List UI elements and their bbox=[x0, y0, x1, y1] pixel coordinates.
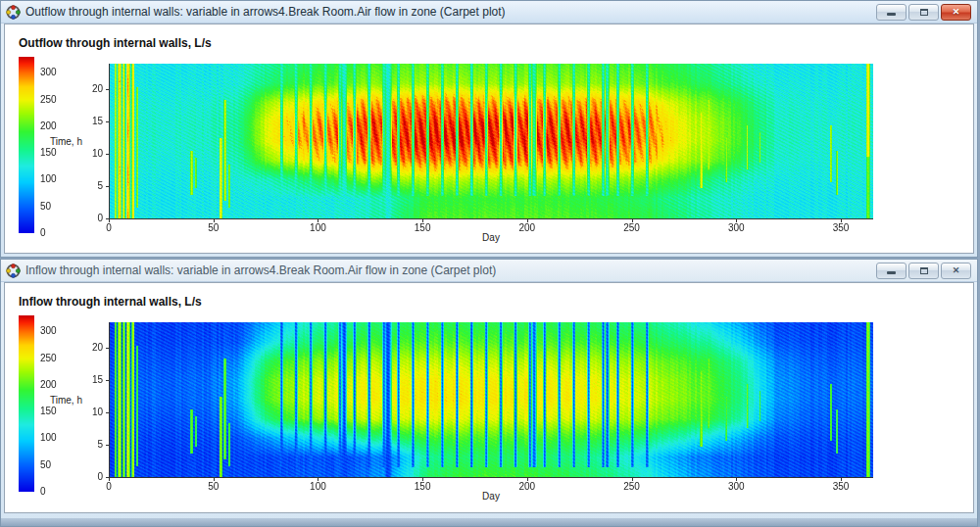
x-tick-label: 150 bbox=[411, 222, 434, 233]
y-tick-label: 10 bbox=[83, 407, 103, 417]
y-tick bbox=[106, 154, 109, 155]
x-tick-label: 300 bbox=[724, 222, 748, 233]
x-tick-label: 250 bbox=[620, 222, 644, 233]
y-tick bbox=[106, 89, 109, 90]
x-tick-label: 200 bbox=[515, 481, 539, 492]
y-tick-label: 10 bbox=[83, 148, 103, 159]
y-tick-label: 0 bbox=[83, 471, 103, 482]
colorbar-tick-label: 200 bbox=[40, 379, 57, 390]
colorbar-tick-label: 0 bbox=[40, 227, 46, 238]
y-tick bbox=[106, 477, 109, 478]
x-tick-label: 100 bbox=[306, 222, 329, 233]
y-axis-label: Time, h bbox=[50, 136, 82, 147]
colorbar-tick-label: 50 bbox=[40, 201, 51, 212]
y-tick bbox=[106, 412, 109, 413]
window-controls: ✕ bbox=[876, 4, 971, 21]
colorbar-tick-label: 0 bbox=[40, 486, 46, 497]
colorbar bbox=[19, 315, 34, 492]
y-tick-label: 20 bbox=[83, 342, 103, 353]
x-tick-label: 150 bbox=[411, 481, 434, 492]
colorbar-tick-label: 50 bbox=[40, 459, 51, 470]
window-title: Inflow through internal walls: variable … bbox=[25, 264, 496, 277]
y-tick-label: 15 bbox=[83, 116, 103, 126]
plot-title: Outflow through internal walls, L/s bbox=[19, 36, 212, 50]
y-tick-label: 0 bbox=[83, 213, 103, 223]
window-bottom-edge bbox=[1, 518, 977, 526]
app-icon bbox=[6, 5, 21, 20]
window-outflow: Outflow through internal walls: variable… bbox=[0, 0, 978, 258]
minimize-button[interactable] bbox=[876, 4, 906, 21]
plot-title: Inflow through internal walls, L/s bbox=[19, 295, 202, 309]
carpet-plot[interactable] bbox=[109, 322, 873, 478]
minimize-icon bbox=[887, 271, 896, 274]
colorbar-tick-label: 100 bbox=[40, 432, 57, 443]
y-tick-label: 5 bbox=[83, 439, 103, 450]
x-tick-label: 350 bbox=[829, 481, 853, 492]
colorbar-tick-label: 300 bbox=[40, 67, 57, 77]
colorbar-tick-label: 250 bbox=[40, 94, 57, 105]
window-title: Outflow through internal walls: variable… bbox=[25, 5, 506, 19]
carpet-plot[interactable] bbox=[109, 64, 873, 219]
close-button[interactable]: ✕ bbox=[941, 4, 971, 21]
x-tick-label: 0 bbox=[97, 481, 121, 492]
x-tick-label: 50 bbox=[202, 481, 225, 492]
maximize-icon bbox=[920, 9, 928, 16]
window-inflow: Inflow through internal walls: variable … bbox=[0, 259, 978, 527]
minimize-icon bbox=[887, 13, 896, 16]
x-tick-label: 0 bbox=[97, 222, 121, 233]
plot-client-area: Inflow through internal walls, L/s Time,… bbox=[4, 282, 974, 513]
colorbar-tick-label: 100 bbox=[40, 173, 57, 184]
y-tick bbox=[106, 380, 109, 381]
y-tick bbox=[106, 186, 109, 187]
app-icon bbox=[6, 264, 21, 278]
colorbar bbox=[19, 57, 34, 233]
y-tick-label: 5 bbox=[83, 180, 103, 191]
titlebar[interactable]: Outflow through internal walls: variable… bbox=[1, 1, 977, 24]
maximize-button[interactable] bbox=[908, 263, 939, 279]
colorbar-tick-label: 150 bbox=[40, 147, 57, 158]
y-tick-label: 20 bbox=[83, 83, 103, 94]
minimize-button[interactable] bbox=[876, 263, 906, 279]
y-axis-label: Time, h bbox=[50, 395, 82, 406]
x-tick-label: 350 bbox=[829, 222, 853, 233]
plot-client-area: Outflow through internal walls, L/s Time… bbox=[4, 24, 974, 254]
maximize-icon bbox=[920, 267, 928, 274]
x-tick-label: 100 bbox=[306, 481, 329, 492]
y-tick bbox=[106, 218, 109, 219]
x-tick-label: 200 bbox=[515, 222, 539, 233]
x-axis-label: Day bbox=[478, 232, 504, 243]
x-tick-label: 300 bbox=[724, 481, 748, 492]
x-axis-label: Day bbox=[478, 491, 504, 502]
maximize-button[interactable] bbox=[908, 4, 939, 21]
colorbar-tick-label: 150 bbox=[40, 406, 57, 416]
colorbar-tick-label: 200 bbox=[40, 120, 57, 131]
y-tick bbox=[106, 348, 109, 349]
close-button[interactable]: ✕ bbox=[941, 263, 971, 279]
y-tick bbox=[106, 121, 109, 122]
close-icon: ✕ bbox=[953, 8, 960, 17]
close-icon: ✕ bbox=[953, 266, 960, 275]
y-tick-label: 15 bbox=[83, 374, 103, 385]
y-tick bbox=[106, 445, 109, 446]
x-tick-label: 50 bbox=[202, 222, 225, 233]
window-controls: ✕ bbox=[876, 263, 971, 279]
colorbar-tick-label: 300 bbox=[40, 325, 57, 336]
colorbar-tick-label: 250 bbox=[40, 353, 57, 363]
titlebar[interactable]: Inflow through internal walls: variable … bbox=[1, 260, 977, 282]
x-tick-label: 250 bbox=[620, 481, 644, 492]
